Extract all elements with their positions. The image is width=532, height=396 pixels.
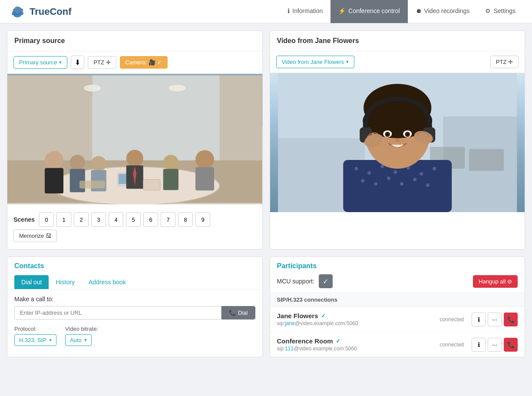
mcu-checkbox[interactable]: ✓	[319, 274, 333, 288]
call-input-group: 📞 Dial	[14, 306, 255, 319]
jane-actions: ℹ ··· 📞	[472, 313, 518, 326]
participants-card: Participants MCU support: ✓ Hangup all ⊘…	[270, 256, 525, 357]
jane-ptz-button[interactable]: PTZ ✛	[490, 56, 519, 68]
jane-status: connected	[440, 316, 464, 323]
call-input[interactable]	[14, 306, 221, 319]
camera-button[interactable]: Camera: 🎥 ✓	[120, 56, 168, 69]
bolt-icon: ⚡	[338, 7, 346, 14]
tab-dial-out[interactable]: Dial out	[14, 275, 49, 289]
participant-row-jane: Jane Flowers ✓ sip:jane@video.example.co…	[270, 306, 525, 332]
primary-source-header: Primary source	[7, 31, 262, 51]
jane-video-feed	[270, 73, 525, 212]
conf-more-button[interactable]: ···	[488, 338, 502, 352]
svg-point-29	[354, 167, 358, 170]
scene-7[interactable]: 7	[161, 212, 175, 227]
ptz-button[interactable]: PTZ ✛	[88, 56, 116, 69]
jane-more-button[interactable]: ···	[488, 313, 502, 326]
scene-3[interactable]: 3	[91, 212, 106, 227]
conf-info: Conference Room ✓ sip:111@video.example.…	[277, 337, 436, 352]
memorize-button[interactable]: Memorize 🖫	[13, 230, 57, 242]
conf-verified-icon: ✓	[336, 338, 340, 344]
jane-hangup-button[interactable]: 📞	[504, 313, 518, 326]
download-icon-btn[interactable]: ⬇	[71, 56, 84, 69]
contacts-tabs: Dial out History Address book	[7, 270, 262, 290]
scene-2[interactable]: 2	[74, 212, 89, 227]
scenes-label: Scenes	[13, 216, 35, 223]
jane-name-text: Jane Flowers	[277, 312, 318, 319]
conf-hangup-button[interactable]: 📞	[504, 338, 518, 352]
scene-0[interactable]: 0	[39, 212, 54, 227]
svg-point-32	[393, 170, 397, 174]
tab-video-recordings[interactable]: ⏺ Video recordings	[408, 0, 478, 23]
svg-rect-21	[143, 180, 160, 190]
mcu-label: MCU support:	[277, 278, 314, 285]
dial-button[interactable]: 📞 Dial	[221, 306, 255, 319]
svg-rect-27	[469, 149, 504, 171]
svg-point-19	[195, 150, 214, 169]
logo-text: TrueConf	[30, 6, 72, 17]
dial-out-form: Make a call to: 📞 Dial	[7, 290, 262, 326]
scene-5[interactable]: 5	[126, 212, 141, 227]
scene-6[interactable]: 6	[143, 212, 158, 227]
scene-4[interactable]: 4	[109, 212, 123, 227]
hangup-all-button[interactable]: Hangup all ⊘	[473, 275, 518, 288]
protocol-select[interactable]: H.323, SIP	[14, 334, 56, 346]
logo-icon	[9, 3, 26, 20]
tab-video-recordings-label: Video recordings	[424, 7, 470, 14]
tab-information[interactable]: ℹ Information	[280, 0, 330, 23]
svg-rect-18	[163, 169, 178, 190]
tab-information-label: Information	[292, 7, 323, 14]
sip-prefix-jane: sip:	[277, 320, 285, 326]
tab-settings[interactable]: ⚙ Settings	[477, 0, 523, 23]
svg-point-52	[395, 139, 400, 142]
bitrate-select[interactable]: Auto	[65, 334, 92, 346]
svg-point-3	[84, 85, 101, 92]
jane-scene-svg	[270, 73, 525, 212]
scene-9[interactable]: 9	[195, 212, 210, 227]
conf-status: connected	[440, 342, 464, 348]
svg-point-35	[433, 167, 436, 170]
nav-tabs: ℹ Information ⚡ Conference control ⏺ Vid…	[280, 0, 523, 23]
protocol-label: Protocol:	[14, 326, 56, 332]
svg-rect-22	[79, 181, 105, 189]
jane-video-header: Video from Jane Flowers	[270, 31, 525, 51]
connections-section: SIP/H.323 connections Jane Flowers ✓ sip…	[270, 293, 525, 357]
sip-rest-jane: @video.example.com:5060	[295, 320, 358, 326]
gear-icon: ⚙	[485, 7, 491, 14]
make-call-label: Make a call to:	[14, 296, 255, 303]
svg-point-30	[367, 171, 371, 175]
bitrate-group: Video bitrate: Auto	[65, 326, 98, 346]
svg-point-37	[374, 182, 377, 186]
primary-video-feed	[7, 74, 262, 204]
primary-source-card: Primary source Primary source ⬇ PTZ ✛ Ca…	[7, 30, 263, 250]
svg-point-12	[91, 156, 106, 171]
svg-point-14	[126, 150, 143, 166]
jane-info-button[interactable]: ℹ	[472, 313, 486, 326]
bitrate-label: Video bitrate:	[65, 326, 98, 332]
protocol-group: Protocol: H.323, SIP	[14, 326, 56, 346]
svg-point-38	[387, 176, 390, 180]
conf-info-button[interactable]: ℹ	[472, 338, 486, 352]
scene-1[interactable]: 1	[56, 212, 71, 227]
sip-prefix-conf: sip:	[277, 346, 285, 352]
phone-icon: 📞	[229, 309, 236, 316]
jane-sip: sip:jane@video.example.com:5060	[277, 320, 436, 326]
svg-point-40	[413, 178, 416, 181]
svg-point-50	[386, 133, 389, 136]
conf-name-text: Conference Room	[277, 337, 333, 345]
svg-point-8	[45, 151, 63, 170]
tab-address-book[interactable]: Address book	[82, 275, 133, 289]
scene-8[interactable]: 8	[178, 212, 193, 227]
protocol-section: Protocol: H.323, SIP Video bitrate: Auto	[7, 326, 262, 352]
svg-rect-11	[70, 169, 85, 192]
svg-rect-20	[195, 167, 214, 191]
record-icon: ⏺	[416, 7, 422, 14]
logo: TrueConf	[9, 3, 72, 20]
tab-conference-control[interactable]: ⚡ Conference control	[330, 0, 407, 23]
jane-source-dropdown[interactable]: Video from Jane Flowers	[276, 56, 355, 68]
svg-point-10	[70, 155, 85, 170]
info-icon: ℹ	[287, 7, 290, 14]
mcu-row: MCU support: ✓	[277, 274, 333, 288]
tab-history[interactable]: History	[49, 275, 82, 289]
primary-source-dropdown[interactable]: Primary source	[13, 56, 67, 69]
